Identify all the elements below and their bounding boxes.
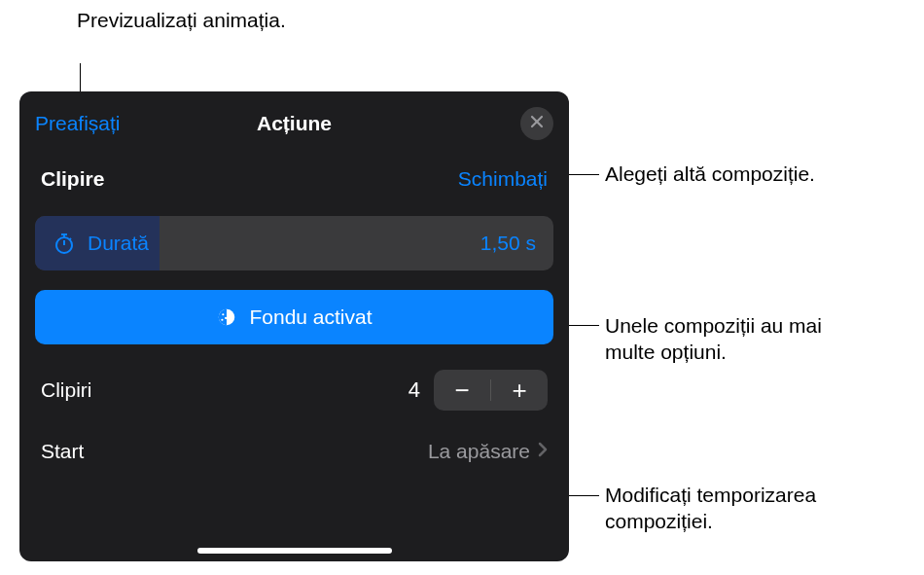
start-value-button[interactable]: La apăsare xyxy=(428,440,548,463)
callout-choose: Alegeți altă compoziție. xyxy=(605,161,815,187)
svg-point-10 xyxy=(223,313,225,315)
start-row[interactable]: Start La apăsare xyxy=(35,440,553,463)
duration-slider[interactable]: Durată 1,50 s xyxy=(35,216,553,270)
duration-label: Durată xyxy=(88,232,149,255)
stepper-minus-button[interactable]: − xyxy=(434,370,490,411)
blinks-stepper: − + xyxy=(434,370,548,411)
duration-value: 1,50 s xyxy=(480,232,536,255)
blinks-value: 4 xyxy=(409,377,420,403)
chevron-right-icon xyxy=(538,442,548,461)
effect-name-label: Clipire xyxy=(41,167,104,191)
callout-line xyxy=(568,325,599,326)
action-panel: Preafișați Acțiune Clipire Schimbați xyxy=(19,91,569,561)
close-button[interactable] xyxy=(520,107,553,140)
plus-icon: + xyxy=(512,376,526,406)
callout-timing: Modificați temporizarea compoziției. xyxy=(605,482,877,535)
fade-toggle-label: Fondu activat xyxy=(249,305,372,329)
blinks-row: Clipiri 4 − + xyxy=(35,370,553,411)
callout-preview: Previzualizați animația. xyxy=(77,7,291,33)
start-label: Start xyxy=(41,440,84,463)
preview-button[interactable]: Preafișați xyxy=(35,112,121,135)
stopwatch-icon xyxy=(53,232,76,255)
svg-point-11 xyxy=(225,317,227,319)
stepper-plus-button[interactable]: + xyxy=(491,370,548,411)
panel-header: Preafișați Acțiune xyxy=(35,105,553,142)
blinks-label: Clipiri xyxy=(41,378,92,402)
fade-icon xyxy=(216,306,237,328)
home-indicator xyxy=(197,548,392,554)
svg-line-6 xyxy=(70,238,72,240)
fade-toggle-button[interactable]: Fondu activat xyxy=(35,290,553,344)
start-value: La apăsare xyxy=(428,440,530,463)
close-icon xyxy=(530,115,544,132)
panel-title: Acțiune xyxy=(257,112,332,135)
change-effect-button[interactable]: Schimbați xyxy=(458,167,548,191)
svg-point-12 xyxy=(222,319,224,321)
effect-section-row: Clipire Schimbați xyxy=(35,167,553,191)
minus-icon: − xyxy=(454,376,469,406)
callout-options: Unele compoziții au mai multe opțiuni. xyxy=(605,312,858,366)
